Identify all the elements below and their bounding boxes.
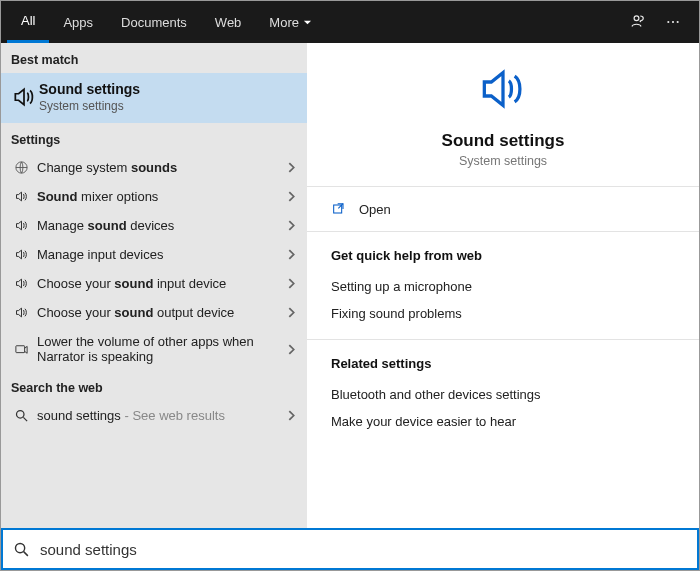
chevron-right-icon (286, 220, 297, 231)
web-result-label: sound settings - See web results (33, 408, 286, 423)
search-window: All Apps Documents Web More Bes (0, 0, 700, 571)
search-bar[interactable] (1, 528, 699, 570)
settings-item-label: Choose your sound input device (33, 276, 286, 291)
open-action[interactable]: Open (307, 187, 699, 231)
quick-help-link[interactable]: Fixing sound problems (331, 300, 675, 327)
settings-item[interactable]: Sound mixer options (1, 182, 307, 211)
svg-point-0 (634, 16, 639, 21)
search-input[interactable] (40, 541, 687, 558)
settings-item-label: Change system sounds (33, 160, 286, 175)
tab-apps[interactable]: Apps (49, 1, 107, 43)
open-label: Open (359, 202, 391, 217)
speaker-icon (9, 189, 33, 204)
svg-point-9 (15, 543, 24, 552)
quick-help-header: Get quick help from web (331, 248, 675, 263)
top-bar: All Apps Documents Web More (1, 1, 699, 43)
settings-item-label: Lower the volume of other apps when Narr… (33, 334, 286, 364)
speaker-icon (9, 84, 39, 110)
quick-help-block: Get quick help from web Setting up a mic… (307, 232, 699, 331)
settings-item[interactable]: Manage input devices (1, 240, 307, 269)
feedback-icon[interactable] (629, 13, 647, 31)
speaker-icon (475, 61, 531, 117)
best-match-title: Sound settings (39, 81, 140, 97)
tab-web[interactable]: Web (201, 1, 256, 43)
settings-item-label: Manage input devices (33, 247, 286, 262)
more-options-icon[interactable] (665, 14, 681, 30)
chevron-right-icon (286, 344, 297, 355)
settings-item-label: Manage sound devices (33, 218, 286, 233)
svg-point-2 (672, 21, 674, 23)
svg-line-7 (23, 417, 27, 421)
web-result-item[interactable]: sound settings - See web results (1, 401, 307, 430)
settings-item[interactable]: Choose your sound input device (1, 269, 307, 298)
chevron-right-icon (286, 410, 297, 421)
chevron-right-icon (286, 191, 297, 202)
chevron-right-icon (286, 249, 297, 260)
results-panel: Best match Sound settings System setting… (1, 43, 307, 528)
detail-title: Sound settings (442, 131, 565, 151)
body: Best match Sound settings System setting… (1, 43, 699, 528)
tab-more-label: More (269, 15, 299, 30)
narrator-icon (9, 342, 33, 357)
quick-help-link[interactable]: Setting up a microphone (331, 273, 675, 300)
search-icon (13, 541, 30, 558)
settings-item[interactable]: Choose your sound output device (1, 298, 307, 327)
search-icon (9, 408, 33, 423)
related-header: Related settings (331, 356, 675, 371)
chevron-right-icon (286, 278, 297, 289)
hero: Sound settings System settings (307, 43, 699, 186)
detail-panel: Sound settings System settings Open Get … (307, 43, 699, 528)
tab-all[interactable]: All (7, 1, 49, 43)
speaker-icon (9, 218, 33, 233)
settings-item-label: Choose your sound output device (33, 305, 286, 320)
settings-item[interactable]: Manage sound devices (1, 211, 307, 240)
chevron-right-icon (286, 307, 297, 318)
detail-subtitle: System settings (459, 154, 547, 168)
best-match-header: Best match (1, 43, 307, 73)
filter-tabs: All Apps Documents Web More (7, 1, 326, 43)
settings-header: Settings (1, 123, 307, 153)
chevron-down-icon (303, 18, 312, 27)
tab-documents[interactable]: Documents (107, 1, 201, 43)
best-match-subtitle: System settings (39, 99, 140, 113)
settings-item[interactable]: Change system sounds (1, 153, 307, 182)
speaker-icon (9, 247, 33, 262)
search-web-header: Search the web (1, 371, 307, 401)
svg-point-3 (677, 21, 679, 23)
tab-more[interactable]: More (255, 1, 326, 43)
speaker-icon (9, 305, 33, 320)
settings-item[interactable]: Lower the volume of other apps when Narr… (1, 327, 307, 371)
related-link[interactable]: Make your device easier to hear (331, 408, 675, 435)
svg-rect-5 (15, 345, 24, 352)
chevron-right-icon (286, 162, 297, 173)
related-block: Related settings Bluetooth and other dev… (307, 340, 699, 439)
speaker-icon (9, 276, 33, 291)
svg-point-1 (667, 21, 669, 23)
svg-line-10 (24, 551, 28, 555)
svg-point-6 (16, 411, 24, 419)
globe-icon (9, 160, 33, 175)
best-match-item[interactable]: Sound settings System settings (1, 73, 307, 123)
related-link[interactable]: Bluetooth and other devices settings (331, 381, 675, 408)
settings-item-label: Sound mixer options (33, 189, 286, 204)
open-icon (331, 201, 347, 217)
